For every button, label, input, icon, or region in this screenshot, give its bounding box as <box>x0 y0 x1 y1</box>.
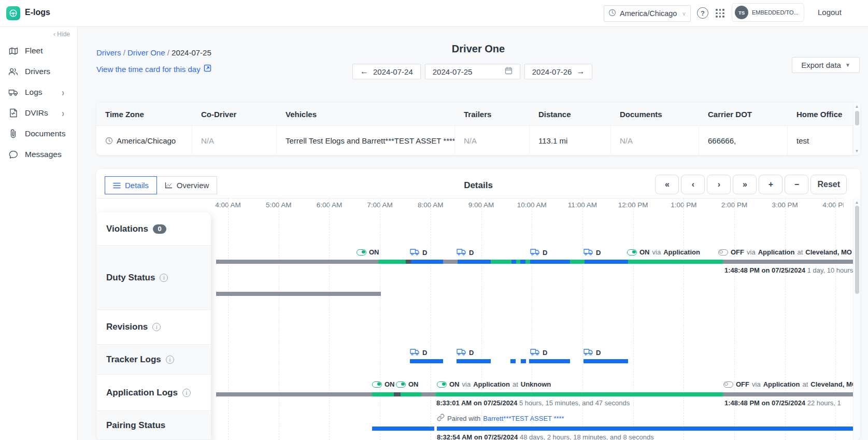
application-logs-segment[interactable] <box>394 392 401 396</box>
duty-status-segment[interactable] <box>216 260 378 264</box>
duty-status-event[interactable]: ON <box>357 248 379 256</box>
tracker-logs-segment[interactable] <box>521 359 526 363</box>
next-date-button[interactable]: 2024-07-26→ <box>524 64 593 79</box>
date-picker[interactable]: 2024-07-25 <box>425 64 520 79</box>
duty-status-segment[interactable] <box>443 260 458 264</box>
sidebar-item-documents[interactable]: Documents <box>0 123 77 144</box>
panel-row-duty-status[interactable]: Duty Status i <box>97 246 211 310</box>
external-link-icon <box>204 64 211 74</box>
panel-row-revisions[interactable]: Revisions i <box>97 310 211 345</box>
tracker-logs-event[interactable]: D <box>457 348 474 357</box>
tracker-logs-event[interactable]: D <box>530 348 547 357</box>
tracker-logs-event[interactable]: D <box>410 348 427 357</box>
duty-status-segment[interactable] <box>628 260 723 264</box>
duty-status-event[interactable]: D <box>410 248 427 257</box>
application-logs-event[interactable]: OFF via Application at Cleveland, MO <box>723 380 853 388</box>
table-cell: test <box>788 126 853 155</box>
sidebar-item-logs[interactable]: Logs › <box>0 82 77 103</box>
paired-asset-link[interactable]: Barrett***TEST ASSET **** <box>483 415 564 422</box>
tracker-logs-segment[interactable] <box>510 359 516 363</box>
timezone-select[interactable]: America/Chicago ∨ <box>604 5 691 22</box>
tracker-logs-event[interactable]: D <box>584 348 601 357</box>
panel-row-pairing-status[interactable]: Pairing Status <box>97 411 211 440</box>
duty-status-segment[interactable] <box>411 260 443 264</box>
duty-status-segment[interactable] <box>570 260 585 264</box>
info-icon[interactable]: i <box>166 356 174 364</box>
sidebar-item-label: Fleet <box>25 46 42 55</box>
duty-status-event[interactable]: D <box>584 248 601 257</box>
tracker-logs-segment[interactable] <box>457 359 491 363</box>
duty-status-segment[interactable] <box>525 260 530 264</box>
duty-status-segment[interactable] <box>216 292 381 296</box>
application-logs-segment[interactable] <box>372 392 394 396</box>
sidebar-item-fleet[interactable]: Fleet <box>0 40 77 61</box>
application-logs-timestamp: 1:48:48 PM on 07/25/2024 22 hours, 1 <box>724 399 841 407</box>
duty-status-event[interactable]: ON via Application <box>627 248 700 256</box>
pairing-status-segment[interactable] <box>372 427 434 431</box>
breadcrumb-current: 2024-07-25 <box>172 48 211 57</box>
duty-status-segment[interactable] <box>458 260 491 264</box>
application-logs-segment[interactable] <box>421 392 436 396</box>
duty-status-segment[interactable] <box>491 260 511 264</box>
prev-date-button[interactable]: ←2024-07-24 <box>352 64 421 79</box>
application-logs-event[interactable]: ON <box>396 380 419 388</box>
panel-row-application-logs[interactable]: Application Logs i <box>97 375 211 411</box>
duty-status-segment[interactable] <box>406 260 411 264</box>
sidebar-hide-button[interactable]: ‹ Hide <box>53 31 70 38</box>
sidebar-item-messages[interactable]: Messages <box>0 144 77 165</box>
info-icon[interactable]: i <box>152 323 161 331</box>
duty-status-event[interactable]: D <box>457 248 474 257</box>
help-button[interactable]: ? <box>697 7 708 19</box>
column-header: Co-Driver <box>192 103 277 125</box>
table-scrollbar[interactable]: ▲▼ <box>853 103 860 155</box>
truck-icon <box>457 248 466 257</box>
duty-status-segment[interactable] <box>530 260 570 264</box>
panel-row-violations[interactable]: Violations 0 <box>97 212 211 246</box>
tracker-logs-segment[interactable] <box>410 359 443 363</box>
duty-status-segment[interactable] <box>511 260 516 264</box>
duty-status-event[interactable]: D <box>530 248 547 257</box>
application-logs-event[interactable]: ON via Application at Unknown <box>437 380 551 388</box>
truck-icon <box>410 248 420 257</box>
column-header: Documents <box>611 103 699 125</box>
breadcrumb-link[interactable]: Drivers <box>96 48 121 57</box>
chevron-down-icon: ∨ <box>682 10 686 17</box>
sidebar-item-dvirs[interactable]: DVIRs › <box>0 103 77 123</box>
account-button[interactable]: TS EMBEDDED/TO... <box>732 3 804 22</box>
application-logs-segment[interactable] <box>436 392 723 396</box>
breadcrumb-link[interactable]: Driver One <box>127 48 165 57</box>
duty-status-segment[interactable] <box>723 260 853 264</box>
application-logs-segment[interactable] <box>401 392 421 396</box>
table-cell: 113.1 mi <box>530 126 611 155</box>
chevron-right-icon: › <box>62 107 64 119</box>
tracker-logs-segment[interactable] <box>584 359 628 363</box>
application-logs-timestamp: 8:33:01 AM on 07/25/2024 5 hours, 15 min… <box>436 399 630 407</box>
duty-status-segment[interactable] <box>516 260 520 264</box>
tracker-logs-segment[interactable] <box>529 359 570 363</box>
sidebar-item-drivers[interactable]: Drivers <box>0 61 77 82</box>
info-icon[interactable]: i <box>182 389 191 397</box>
export-data-button[interactable]: Export data▼ <box>792 57 860 73</box>
sidebar: ‹ Hide Fleet Drivers Logs › DVIRs › Docu… <box>0 27 78 440</box>
duty-status-segment[interactable] <box>585 260 628 264</box>
table-cell: N/A <box>455 126 530 155</box>
log-chart: Details Overview Details «‹›»+−Reset 4:0… <box>96 169 860 440</box>
pairing-status-segment[interactable] <box>437 427 853 431</box>
tab-details[interactable]: Details <box>105 176 157 194</box>
column-header: Trailers <box>455 103 530 125</box>
application-logs-segment[interactable] <box>216 392 372 396</box>
info-icon[interactable]: i <box>160 274 168 282</box>
logout-link[interactable]: Logout <box>818 8 842 17</box>
messages-icon <box>8 150 18 160</box>
truck-icon <box>457 348 466 357</box>
duty-status-segment[interactable] <box>520 260 525 264</box>
duty-status-segment[interactable] <box>378 260 406 264</box>
chart-scrollbar[interactable]: ▲ <box>853 198 860 440</box>
timecard-link[interactable]: View the time card for this day <box>96 64 211 74</box>
apps-grid-button[interactable] <box>716 9 724 18</box>
application-logs-event[interactable]: ON <box>372 380 395 388</box>
duty-status-event[interactable]: OFF via Application at Cleveland, MO <box>718 248 852 256</box>
application-logs-segment[interactable] <box>723 392 853 396</box>
panel-row-tracker-logs[interactable]: Tracker Logs i <box>97 345 211 375</box>
link-icon <box>437 414 445 423</box>
